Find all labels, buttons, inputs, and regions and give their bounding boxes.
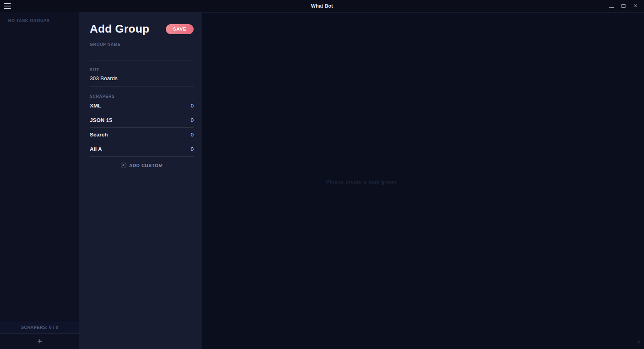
add-task-group-button[interactable]: + xyxy=(0,334,79,349)
scraper-name: All A xyxy=(90,146,102,152)
close-icon[interactable]: × xyxy=(631,2,640,10)
scrapers-count-label: SCRAPERS: 0 / 0 xyxy=(21,325,58,330)
no-task-groups-label: NO TASK GROUPS xyxy=(0,12,79,23)
window-title: What Bot xyxy=(0,0,644,12)
scraper-name: Search xyxy=(90,132,108,138)
minimize-icon[interactable] xyxy=(607,2,616,10)
plus-icon: + xyxy=(37,337,42,345)
hamburger-menu-icon[interactable] xyxy=(4,3,11,9)
save-button[interactable]: SAVE xyxy=(166,24,194,34)
scraper-name: JSON 15 xyxy=(90,117,112,123)
drawer-header: Add Group SAVE xyxy=(90,23,194,35)
scrapers-count-bar: SCRAPERS: 0 / 0 xyxy=(0,321,79,334)
circle-plus-icon: + xyxy=(121,163,126,168)
titlebar: What Bot × xyxy=(0,0,644,12)
sidebar-spacer xyxy=(0,23,79,321)
panel-title: Add Group xyxy=(90,23,149,35)
scraper-count: 0 xyxy=(190,146,194,152)
scraper-row-search[interactable]: Search 0 xyxy=(90,128,194,142)
main-area: Please create a task group × xyxy=(202,12,644,349)
scraper-name: XML xyxy=(90,103,101,109)
site-value: 303 Boards xyxy=(90,72,194,87)
group-name-input[interactable] xyxy=(90,47,194,60)
window-controls: × xyxy=(607,2,640,10)
scraper-count: 0 xyxy=(190,103,194,109)
maximize-icon[interactable] xyxy=(619,2,628,10)
site-label: SITE xyxy=(90,68,194,72)
add-group-panel: Add Group SAVE GROUP NAME SITE 303 Board… xyxy=(79,12,202,349)
add-custom-label: ADD CUSTOM xyxy=(129,163,163,168)
scraper-count: 0 xyxy=(190,117,194,123)
task-groups-sidebar: NO TASK GROUPS SCRAPERS: 0 / 0 + xyxy=(0,12,79,349)
app-body: NO TASK GROUPS SCRAPERS: 0 / 0 + Add Gro… xyxy=(0,12,644,349)
group-name-label: GROUP NAME xyxy=(90,42,194,47)
app-window: What Bot × NO TASK GROUPS SCRAPERS: 0 / … xyxy=(0,0,644,349)
main-footer-bar: × xyxy=(202,334,644,349)
empty-state-text: Please create a task group xyxy=(326,179,397,185)
footer-close-icon: × xyxy=(637,338,641,345)
scraper-count: 0 xyxy=(190,132,194,138)
scraper-row-json[interactable]: JSON 15 0 xyxy=(90,113,194,128)
scraper-row-xml[interactable]: XML 0 xyxy=(90,99,194,113)
add-custom-button[interactable]: + ADD CUSTOM xyxy=(90,159,194,171)
scrapers-label: SCRAPERS xyxy=(90,94,194,99)
site-select[interactable]: SITE 303 Boards xyxy=(90,68,194,87)
scraper-row-all[interactable]: All A 0 xyxy=(90,142,194,157)
